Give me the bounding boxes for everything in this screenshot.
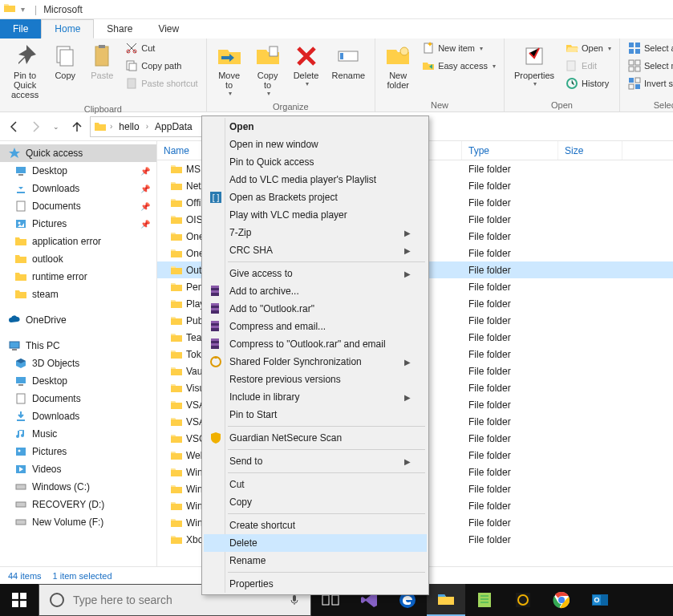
paste-button[interactable]: Paste <box>85 40 119 83</box>
sidebar-quick-access[interactable]: Quick access <box>0 144 156 162</box>
sidebar-item[interactable]: 3D Objects <box>0 355 156 372</box>
svg-rect-53 <box>211 308 219 310</box>
taskbar-app-chrome[interactable] <box>542 584 581 616</box>
svg-rect-15 <box>567 61 575 71</box>
menu-item[interactable]: Copy <box>204 493 427 511</box>
sidebar-item[interactable]: Videos <box>0 460 156 478</box>
menu-item[interactable]: Add to archive... <box>204 282 427 300</box>
menu-item[interactable]: Shared Folder Synchronization▶ <box>204 353 427 371</box>
new-item-button[interactable]: New item▾ <box>419 40 499 56</box>
sidebar-item[interactable]: steam <box>0 286 156 303</box>
sidebar-onedrive[interactable]: OneDrive <box>0 311 156 329</box>
up-button[interactable] <box>69 119 85 135</box>
edit-button[interactable]: Edit <box>562 58 614 74</box>
menu-item[interactable]: 7-Zip▶ <box>204 224 427 241</box>
sidebar-item[interactable]: Downloads📌 <box>0 180 156 197</box>
menu-item[interactable]: Create shortcut <box>204 517 427 534</box>
start-button[interactable] <box>0 584 39 616</box>
menu-item[interactable]: Send to▶ <box>204 452 427 470</box>
invert-selection-button[interactable]: Invert selection <box>625 75 673 91</box>
tab-file[interactable]: File <box>0 19 41 38</box>
tab-home[interactable]: Home <box>41 19 94 38</box>
menu-separator <box>228 513 425 514</box>
sidebar-item[interactable]: Desktop <box>0 372 156 390</box>
menu-item[interactable]: Pin to Quick access <box>204 153 427 171</box>
copy-to-button[interactable]: Copy to▾ <box>250 40 286 100</box>
forward-button[interactable] <box>27 119 43 135</box>
column-size[interactable]: Size <box>558 141 622 160</box>
back-button[interactable] <box>6 119 22 135</box>
menu-item[interactable]: Guardian NetSecure Scan <box>204 429 427 447</box>
menu-item[interactable]: Delete <box>204 534 427 552</box>
select-all-button[interactable]: Select all <box>625 40 673 56</box>
taskbar-app-outlook[interactable]: O <box>581 584 619 616</box>
svg-rect-44 <box>16 502 26 507</box>
sidebar-item[interactable]: outlook <box>0 250 156 268</box>
chevron-right-icon[interactable]: › <box>110 122 112 131</box>
menu-item[interactable]: [ ]Open as Brackets project <box>204 188 427 206</box>
menu-item[interactable]: Properties <box>204 575 427 593</box>
sidebar-item[interactable]: runtime error <box>0 268 156 286</box>
menu-item[interactable]: Play with VLC media player <box>204 206 427 224</box>
pin-to-quick-access-button[interactable]: Pin to Quick access <box>5 40 45 103</box>
taskbar-app-explorer[interactable] <box>427 584 465 616</box>
folder-icon <box>170 533 183 546</box>
sidebar-this-pc[interactable]: This PC <box>0 337 156 355</box>
new-folder-button[interactable]: New folder <box>380 40 416 93</box>
sidebar-item[interactable]: Documents <box>0 390 156 407</box>
svg-rect-24 <box>635 67 640 71</box>
menu-item[interactable]: Include in library▶ <box>204 388 427 406</box>
open-button[interactable]: Open▾ <box>562 40 614 56</box>
taskbar-app-ide[interactable] <box>504 584 542 616</box>
address-bar[interactable]: › hello › AppData <box>90 116 209 137</box>
sidebar-item[interactable]: Pictures <box>0 443 156 460</box>
sidebar-item[interactable]: Documents📌 <box>0 197 156 215</box>
sidebar-item[interactable]: Desktop📌 <box>0 162 156 180</box>
menu-item[interactable]: Open <box>204 118 427 136</box>
sidebar-item[interactable]: RECOVERY (D:) <box>0 496 156 513</box>
menu-item[interactable]: Compress to "Outlook.rar" and email <box>204 335 427 353</box>
breadcrumb-item[interactable]: AppData <box>152 121 196 132</box>
paste-shortcut-button[interactable]: Paste shortcut <box>122 75 201 91</box>
move-to-button[interactable]: Move to▾ <box>212 40 247 100</box>
properties-button[interactable]: Properties▾ <box>509 40 559 91</box>
sidebar-item[interactable]: New Volume (F:) <box>0 513 156 531</box>
delete-button[interactable]: Delete▾ <box>289 40 324 91</box>
mic-icon[interactable] <box>288 594 301 606</box>
menu-item[interactable]: Add to VLC media player's Playlist <box>204 171 427 188</box>
sidebar-item[interactable]: Music <box>0 425 156 443</box>
menu-item[interactable]: Cut <box>204 476 427 493</box>
history-button[interactable]: History <box>562 75 614 91</box>
sidebar-item[interactable]: Pictures📌 <box>0 215 156 233</box>
svg-point-74 <box>558 597 565 603</box>
qat-toggle-icon[interactable]: ▾ <box>18 5 28 14</box>
sidebar-item[interactable]: Windows (C:) <box>0 478 156 496</box>
sidebar-item[interactable]: Downloads <box>0 407 156 425</box>
search-input[interactable] <box>73 594 280 606</box>
folder-icon <box>170 197 183 209</box>
menu-item[interactable]: Open in new window <box>204 136 427 153</box>
menu-item[interactable]: CRC SHA▶ <box>204 241 427 259</box>
chevron-right-icon[interactable]: › <box>146 122 148 131</box>
menu-item[interactable]: Give access to▶ <box>204 265 427 282</box>
copy-button[interactable]: Copy <box>48 40 82 83</box>
select-none-button[interactable]: Select none <box>625 58 673 74</box>
tab-share[interactable]: Share <box>94 19 145 38</box>
rename-button[interactable]: Rename <box>327 40 371 83</box>
svg-rect-31 <box>17 201 25 211</box>
menu-item[interactable]: Add to "Outlook.rar" <box>204 300 427 318</box>
taskbar-app-notepadpp[interactable] <box>465 584 504 616</box>
tab-view[interactable]: View <box>145 19 192 38</box>
menu-item[interactable]: Compress and email... <box>204 318 427 335</box>
recent-locations-button[interactable]: ⌄ <box>48 119 64 135</box>
easy-access-button[interactable]: Easy access▾ <box>419 58 499 74</box>
menu-item[interactable]: Pin to Start <box>204 406 427 424</box>
sidebar-item[interactable]: application error <box>0 233 156 250</box>
copy-path-button[interactable]: Copy path <box>122 58 201 74</box>
column-type[interactable]: Type <box>462 141 558 160</box>
window-title: Microsoft <box>43 4 83 15</box>
cut-button[interactable]: Cut <box>122 40 201 56</box>
breadcrumb-item[interactable]: hello <box>116 121 142 132</box>
menu-item[interactable]: Restore previous versions <box>204 371 427 388</box>
menu-item[interactable]: Rename <box>204 552 427 569</box>
